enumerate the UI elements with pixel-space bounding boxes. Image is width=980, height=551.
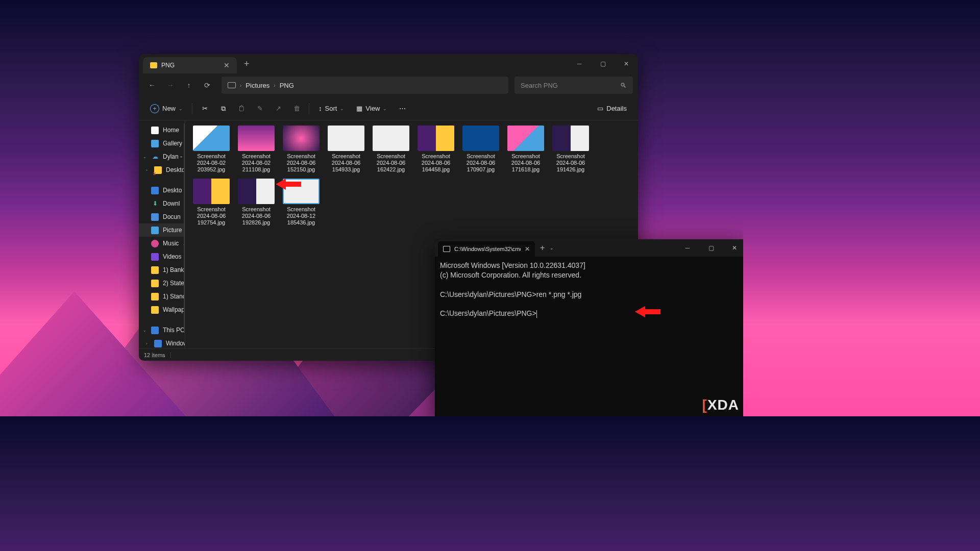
folder-icon <box>151 266 159 274</box>
tab-title: PNG <box>161 62 224 69</box>
nav-bar: ← → ↑ ⟳ › Pictures › PNG Search PNG 🔍︎ <box>139 73 638 97</box>
file-name: Screenshot 2024-08-06 154933.jpg <box>326 153 366 173</box>
maximize-button[interactable]: ▢ <box>591 56 615 72</box>
copy-button[interactable]: ⧉ <box>215 101 231 117</box>
breadcrumb[interactable]: › Pictures › PNG <box>222 77 508 94</box>
sidebar-folder[interactable]: 2) Statem <box>139 277 185 290</box>
chevron-right-icon[interactable]: › <box>146 341 148 346</box>
sort-icon: ↕ <box>318 105 322 112</box>
search-icon: 🔍︎ <box>620 82 627 89</box>
sidebar-folder[interactable]: Wallpape <box>139 303 185 316</box>
svg-marker-1 <box>635 306 660 317</box>
sidebar-folder[interactable]: 1) Standa <box>139 290 185 303</box>
delete-button[interactable]: 🗑︎ <box>288 101 305 117</box>
search-placeholder: Search PNG <box>521 82 558 89</box>
chevron-right-icon[interactable]: › <box>146 168 148 172</box>
minimize-button[interactable]: ─ <box>568 56 591 72</box>
drive-icon <box>154 340 162 347</box>
breadcrumb-item[interactable]: Pictures <box>246 82 270 89</box>
sidebar-onedrive[interactable]: ⌄☁Dylan - Pe <box>139 150 185 163</box>
file-item[interactable]: Screenshot 2024-08-06 164458.jpg <box>416 126 456 173</box>
file-name: Screenshot 2024-08-06 171618.jpg <box>506 153 546 173</box>
video-icon <box>151 253 159 261</box>
file-item[interactable]: Screenshot 2024-08-06 171618.jpg <box>506 126 546 173</box>
sidebar-thispc[interactable]: ⌄This PC <box>139 323 185 337</box>
plus-icon: + <box>150 104 159 113</box>
view-icon: ▦ <box>356 105 362 112</box>
file-thumbnail <box>507 126 544 151</box>
terminal-tab[interactable]: C:\Windows\System32\cmd.e ✕ <box>438 241 535 257</box>
folder-icon <box>151 280 159 287</box>
file-item[interactable]: Screenshot 2024-08-06 170907.jpg <box>461 126 501 173</box>
up-button[interactable]: ↑ <box>181 77 197 93</box>
cmd-icon <box>443 246 450 252</box>
sidebar-music[interactable]: Music📌︎ <box>139 237 185 250</box>
explorer-tab[interactable]: PNG ✕ <box>143 57 237 73</box>
sort-button[interactable]: ↕ Sort ⌄ <box>313 101 349 117</box>
desktop-icon <box>151 187 159 194</box>
terminal-body[interactable]: Microsoft Windows [Version 10.0.22631.40… <box>435 257 743 416</box>
file-item[interactable]: Screenshot 2024-08-02 211108.jpg <box>236 126 276 173</box>
terminal-titlebar[interactable]: C:\Windows\System32\cmd.e ✕ + ⌄ ─ ▢ ✕ <box>435 239 743 257</box>
file-item[interactable]: Screenshot 2024-08-06 154933.jpg <box>326 126 366 173</box>
file-item[interactable]: Screenshot 2024-08-06 162422.jpg <box>371 126 411 173</box>
maximize-button[interactable]: ▢ <box>699 240 723 256</box>
file-name: Screenshot 2024-08-06 152150.jpg <box>281 153 321 173</box>
sidebar-gallery[interactable]: Gallery <box>139 137 185 150</box>
rename-button[interactable]: ✎ <box>252 101 268 117</box>
sidebar-desktop[interactable]: Deskto📌︎ <box>139 184 185 197</box>
details-button[interactable]: ▭ Details <box>592 101 632 117</box>
file-item[interactable]: Screenshot 2024-08-06 192754.jpg <box>191 179 231 227</box>
new-button[interactable]: + New ⌄ <box>145 101 188 117</box>
file-thumbnail <box>418 126 454 151</box>
close-button[interactable]: ✕ <box>723 240 743 256</box>
chevron-down-icon[interactable]: ⌄ <box>143 328 146 333</box>
file-item[interactable]: Screenshot 2024-08-06 152150.jpg <box>281 126 321 173</box>
file-name: Screenshot 2024-08-02 211108.jpg <box>236 153 276 173</box>
sidebar: Home Gallery ⌄☁Dylan - Pe ›Desktop Deskt… <box>139 120 185 348</box>
tab-close-icon[interactable]: ✕ <box>525 245 530 253</box>
close-button[interactable]: ✕ <box>615 56 638 72</box>
tab-close-icon[interactable]: ✕ <box>224 61 230 69</box>
new-tab-button[interactable]: + <box>540 243 545 253</box>
file-name: Screenshot 2024-08-06 164458.jpg <box>416 153 456 173</box>
gallery-icon <box>151 140 159 147</box>
sidebar-videos[interactable]: Videos📌︎ <box>139 250 185 263</box>
sidebar-home[interactable]: Home <box>139 123 185 137</box>
annotation-arrow <box>276 178 301 191</box>
back-button[interactable]: ← <box>144 77 160 93</box>
sidebar-folder[interactable]: 1) Banks <box>139 263 185 277</box>
file-item[interactable]: Screenshot 2024-08-02 203952.jpg <box>191 126 231 173</box>
pin-icon: 📌︎ <box>184 201 185 206</box>
toolbar: + New ⌄ ✂ ⧉ 📋︎ ✎ ↗ 🗑︎ ↕ Sort ⌄ ▦ View ⌄ … <box>139 97 638 120</box>
chevron-down-icon: ⌄ <box>383 106 387 111</box>
forward-button[interactable]: → <box>162 77 179 93</box>
file-item[interactable]: Screenshot 2024-08-06 192826.jpg <box>236 179 276 227</box>
titlebar[interactable]: PNG ✕ + ─ ▢ ✕ <box>139 54 638 73</box>
folder-icon <box>151 293 159 300</box>
sidebar-downloads[interactable]: ⬇Downl📌︎ <box>139 197 185 210</box>
sidebar-documents[interactable]: Docun📌︎ <box>139 210 185 223</box>
share-button[interactable]: ↗ <box>270 101 286 117</box>
sidebar-pictures[interactable]: Picture📌︎ <box>139 223 185 237</box>
refresh-button[interactable]: ⟳ <box>199 77 215 93</box>
breadcrumb-item[interactable]: PNG <box>280 82 294 89</box>
sidebar-desktop-cloud[interactable]: ›Desktop <box>139 163 185 177</box>
more-button[interactable]: ⋯ <box>394 101 410 117</box>
new-tab-button[interactable]: + <box>244 59 250 69</box>
minimize-button[interactable]: ─ <box>676 240 699 256</box>
file-item[interactable]: Screenshot 2024-08-06 191426.jpg <box>551 126 591 173</box>
file-thumbnail <box>462 126 499 151</box>
chevron-down-icon: ⌄ <box>179 106 183 111</box>
sidebar-windows-drive[interactable]: ›Window <box>139 337 185 348</box>
folder-icon <box>154 166 162 174</box>
chevron-down-icon[interactable]: ⌄ <box>143 155 146 159</box>
paste-button[interactable]: 📋︎ <box>233 101 250 117</box>
monitor-icon[interactable] <box>228 82 236 88</box>
search-input[interactable]: Search PNG 🔍︎ <box>514 77 633 94</box>
cursor <box>536 310 537 318</box>
document-icon <box>151 213 159 221</box>
chevron-down-icon[interactable]: ⌄ <box>550 245 554 251</box>
view-button[interactable]: ▦ View ⌄ <box>351 101 392 117</box>
cut-button[interactable]: ✂ <box>197 101 213 117</box>
